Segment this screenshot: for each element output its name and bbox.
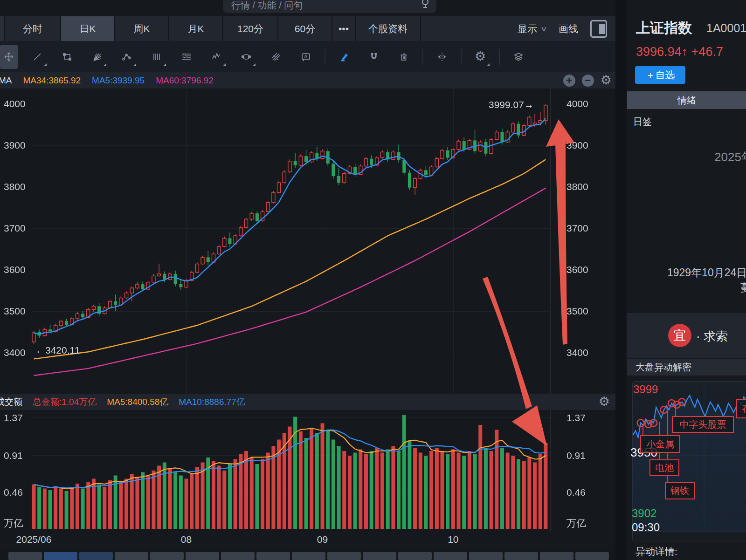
volume-ma5: MA5:8400.58亿 [107, 396, 168, 408]
volume-ma10: MA10:8886.77亿 [179, 396, 245, 408]
toolbar-divider [499, 49, 500, 65]
scrollbar-segment-6[interactable] [221, 552, 255, 560]
mirror-flip-icon[interactable] [432, 45, 452, 69]
trend-line-icon[interactable] [27, 45, 48, 69]
tab-partial[interactable] [0, 16, 5, 41]
volume-settings-icon[interactable]: ⚙ [599, 396, 610, 408]
scrollbar-segment-0[interactable] [8, 552, 42, 560]
scrollbar-segment-4[interactable] [150, 552, 184, 560]
tab-6[interactable]: ••• [332, 16, 356, 41]
ma5-value: MA5:3939.95 [92, 75, 145, 86]
toolbar-divider [461, 49, 462, 65]
scrollbar-segment-14[interactable] [504, 552, 538, 560]
quest-card[interactable]: 宜 · 求索 [627, 313, 746, 358]
x-axis: 2025/06080910 [0, 531, 615, 549]
mini-low-label: 3902 [632, 507, 656, 520]
tab-4[interactable]: 120分 [223, 16, 278, 41]
section-title-market-moves: 大盘异动解密 [627, 359, 746, 376]
ma-indicator-row: MA MA34:3865.92 MA5:3939.95 MA60:3796.92… [0, 72, 615, 89]
pitchfork-icon[interactable] [266, 45, 286, 69]
history-quote-line2: 蔓延 [740, 280, 746, 295]
draw-line-button[interactable]: 画线 [559, 22, 578, 35]
scrollbar-segment-3[interactable] [115, 552, 148, 560]
tab-3[interactable]: 月K [169, 16, 223, 41]
index-code: 1A0001 [706, 21, 746, 35]
add-favorite-button[interactable]: ＋自选 [635, 66, 685, 84]
scrollbar-segment-16[interactable] [575, 552, 609, 560]
scrollbar-segment-2[interactable] [79, 552, 113, 560]
trash-icon[interactable] [394, 45, 414, 69]
display-label: 显示 [518, 22, 537, 35]
scrollbar-segment-7[interactable] [256, 552, 290, 560]
display-menu-button[interactable]: 显示 ∨ [518, 22, 546, 35]
scrollbar-segment-9[interactable] [327, 552, 361, 560]
mini-high-label: 3999 [633, 383, 658, 396]
scrollbar-segment-12[interactable] [434, 552, 467, 560]
sector-tag-4: 存 [736, 399, 746, 418]
panel-toggle-icon[interactable] [590, 20, 607, 38]
ellipse-tool-icon[interactable] [236, 45, 256, 69]
magnet-icon[interactable] [364, 45, 384, 69]
gann-fan-icon[interactable] [87, 45, 107, 69]
volume-title: 成交额 [0, 396, 22, 408]
tag-connector-line [642, 424, 643, 436]
search-box[interactable]: 行情 / 功能 / 问句 [223, 0, 436, 13]
cursor-move-icon[interactable] [0, 45, 18, 69]
tab-sentiment[interactable]: 情绪 [627, 91, 746, 109]
x-tick-08: 08 [181, 534, 192, 545]
sector-tag-3: 钢铁 [665, 482, 695, 499]
zoom-out-icon[interactable]: − [582, 75, 594, 87]
x-tick-10: 10 [448, 534, 458, 545]
yi-badge: 宜 [668, 324, 691, 347]
wave-tool-icon[interactable] [206, 45, 227, 69]
drawing-toolbar: G A ⚙ [0, 41, 615, 72]
scrollbar-segment-10[interactable] [363, 552, 396, 560]
toolbar-divider [422, 49, 423, 65]
scrollbar-segment-11[interactable] [398, 552, 432, 560]
zoom-in-icon[interactable]: + [563, 75, 575, 87]
scrollbar-segment-1[interactable] [44, 552, 77, 560]
magnifier-icon [421, 0, 430, 10]
daily-sign-date: 2025年 [714, 149, 746, 165]
tab-5[interactable]: 60分 [278, 16, 332, 41]
tab-2[interactable]: 周K [115, 16, 169, 41]
candlestick-chart[interactable] [0, 89, 615, 394]
history-quote-line: 1929年10月24日 [667, 266, 746, 280]
ma-label: MA [0, 75, 12, 86]
tab-0[interactable]: 分时 [5, 16, 61, 41]
x-tick-09: 09 [317, 534, 328, 545]
right-panel: 上证指数 1A0001 3996.94↑ +46.7 ＋自选 情绪 日签 202… [627, 0, 746, 560]
chart-scrollbar[interactable] [0, 549, 615, 560]
sector-tag-0: 中字头股票 [672, 416, 734, 433]
x-tick-2025/06: 2025/06 [16, 534, 52, 545]
volume-chart[interactable] [0, 410, 615, 531]
ma34-value: MA34:3865.92 [23, 75, 81, 86]
sector-tag-2: 电池 [649, 459, 679, 476]
volume-total: 总金额:1.04万亿 [33, 396, 97, 408]
vertical-lines-icon[interactable] [146, 45, 167, 69]
tab-1[interactable]: 日K [61, 16, 115, 41]
period-tab-bar: 分时日K周K月K120分60分•••个股资料 显示 ∨ 画线 [0, 16, 615, 41]
polyline-tool-icon[interactable] [117, 45, 137, 69]
pencil-highlight-icon[interactable] [334, 45, 354, 69]
index-price: 3996.94↑ +46.7 [636, 45, 723, 59]
settings-gear-icon[interactable]: ⚙ [470, 45, 490, 69]
chevron-down-icon: ∨ [540, 25, 547, 33]
rectangle-tool-icon[interactable] [57, 45, 77, 69]
text-label-icon[interactable]: A [296, 45, 316, 69]
chart-settings-icon[interactable]: ⚙ [601, 74, 612, 87]
scrollbar-segment-15[interactable] [540, 552, 573, 560]
tab-7[interactable]: 个股资料 [356, 16, 421, 41]
layers-icon[interactable] [508, 45, 529, 69]
scrollbar-segment-13[interactable] [469, 552, 503, 560]
daily-sign-label: 日签 [633, 116, 652, 128]
search-input[interactable]: 行情 / 功能 / 问句 [231, 0, 421, 12]
toolbar-divider [325, 49, 325, 65]
svg-text:G: G [182, 53, 186, 59]
gann-grid-icon[interactable]: G [176, 45, 197, 69]
scrollbar-segment-8[interactable] [292, 552, 325, 560]
panel-separator [615, 0, 627, 560]
scrollbar-segment-5[interactable] [186, 552, 219, 560]
mini-time-label: 09:30 [632, 521, 660, 534]
detail-label: 异动详情: [635, 545, 677, 558]
